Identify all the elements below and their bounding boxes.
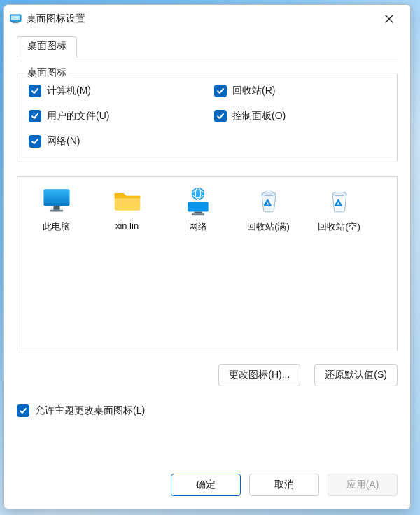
restore-default-button[interactable]: 还原默认值(S) — [314, 364, 398, 386]
close-icon — [385, 15, 393, 23]
checkmark-icon — [17, 404, 29, 417]
apply-button[interactable]: 应用(A) — [328, 474, 398, 496]
checkbox-label: 计算机(M) — [47, 85, 91, 97]
checkbox-user-files[interactable]: 用户的文件(U) — [29, 110, 200, 122]
checkmark-icon — [29, 85, 41, 97]
checkbox-recycle-bin[interactable]: 回收站(R) — [214, 85, 386, 97]
checkbox-label: 控制面板(O) — [232, 110, 286, 122]
dialog-window: 桌面图标设置 桌面图标 桌面图标 计算机(M) — [4, 4, 411, 509]
icon-caption: 网络 — [189, 220, 207, 233]
checkbox-label: 网络(N) — [47, 135, 80, 148]
icon-recycle-full[interactable]: 回收站(满) — [235, 185, 302, 233]
icon-caption: 此电脑 — [43, 220, 70, 233]
button-label: 还原默认值(S) — [325, 369, 387, 381]
checkmark-icon — [214, 85, 227, 97]
titlebar: 桌面图标设置 — [4, 5, 410, 33]
checkmark-icon — [214, 110, 227, 122]
network-icon — [183, 185, 214, 216]
recycle-bin-full-icon — [253, 185, 284, 216]
svg-point-14 — [332, 192, 346, 195]
tabstrip: 桌面图标 — [17, 36, 398, 57]
svg-rect-7 — [50, 210, 62, 212]
tab-label: 桌面图标 — [27, 40, 66, 51]
checkbox-label: 用户的文件(U) — [47, 110, 109, 122]
svg-rect-2 — [14, 22, 18, 23]
checkbox-computer[interactable]: 计算机(M) — [29, 85, 200, 97]
checkbox-control-panel[interactable]: 控制面板(O) — [214, 110, 386, 122]
checkbox-label: 回收站(R) — [232, 85, 275, 97]
cancel-button[interactable]: 取消 — [249, 474, 319, 496]
svg-rect-12 — [191, 213, 204, 215]
icon-caption: xin lin — [115, 220, 139, 231]
app-icon — [10, 14, 22, 24]
icon-network[interactable]: 网络 — [164, 185, 231, 233]
checkmark-icon — [29, 110, 41, 122]
group-title: 桌面图标 — [24, 66, 69, 79]
window-title: 桌面图标设置 — [27, 13, 85, 25]
checkbox-network[interactable]: 网络(N) — [29, 135, 200, 148]
svg-rect-1 — [11, 16, 20, 20]
ok-button[interactable]: 确定 — [171, 474, 241, 496]
checkbox-label: 允许主题更改桌面图标(L) — [35, 404, 145, 417]
tab-desktop-icons[interactable]: 桌面图标 — [17, 36, 77, 57]
button-label: 更改图标(H)... — [229, 369, 290, 381]
button-label: 确定 — [196, 479, 216, 491]
checkmark-icon — [29, 135, 41, 148]
svg-rect-3 — [13, 22, 19, 23]
icon-caption: 回收站(满) — [247, 220, 290, 233]
monitor-icon — [41, 185, 72, 216]
client-area: 桌面图标 桌面图标 计算机(M) 回收站(R) — [4, 33, 410, 509]
button-label: 取消 — [274, 479, 294, 491]
svg-rect-6 — [53, 206, 59, 210]
svg-point-13 — [262, 192, 276, 195]
recycle-bin-empty-icon — [324, 185, 355, 216]
button-label: 应用(A) — [346, 479, 379, 491]
svg-rect-5 — [43, 190, 69, 206]
checkbox-allow-themes[interactable]: 允许主题更改桌面图标(L) — [17, 404, 398, 417]
close-button[interactable] — [372, 8, 406, 30]
icon-recycle-empty[interactable]: 回收站(空) — [306, 185, 372, 233]
folder-icon — [112, 185, 143, 216]
group-desktop-icons: 桌面图标 计算机(M) 回收站(R) — [17, 73, 398, 162]
icon-preview-list[interactable]: 此电脑 xin lin — [17, 176, 398, 351]
icon-caption: 回收站(空) — [318, 220, 360, 233]
svg-rect-11 — [194, 212, 202, 214]
svg-rect-10 — [188, 202, 208, 212]
change-icon-button[interactable]: 更改图标(H)... — [218, 364, 300, 386]
icon-this-pc[interactable]: 此电脑 — [23, 185, 90, 233]
icon-user-folder[interactable]: xin lin — [94, 185, 160, 231]
